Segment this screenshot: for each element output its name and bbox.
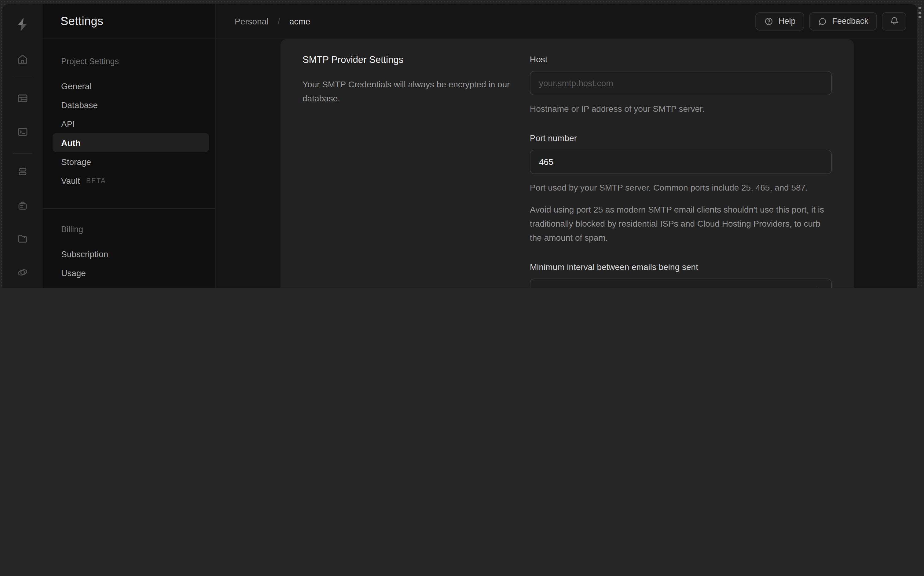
smtp-form: Host Hostname or IP address of your SMTP… xyxy=(530,53,832,288)
sidebar-item-vault[interactable]: Vault BETA xyxy=(53,171,209,190)
topbar-actions: Help Feedback xyxy=(755,12,906,30)
topbar: Personal / acme Help xyxy=(216,4,917,38)
port-helper: Port used by your SMTP server. Common po… xyxy=(530,181,832,195)
sidebar-item-auth[interactable]: Auth xyxy=(53,133,209,152)
project-settings-section: Project Settings General Database API Au… xyxy=(43,38,215,190)
sidebar-item-subscription[interactable]: Subscription xyxy=(53,244,209,263)
app-window: Settings Project Settings General Databa… xyxy=(2,4,917,288)
smtp-settings-panel: SMTP Provider Settings Your SMTP Credent… xyxy=(280,39,854,288)
desktop-background: Settings Project Settings General Databa… xyxy=(0,0,924,288)
storage-icon[interactable] xyxy=(10,226,35,252)
sidebar-item-storage[interactable]: Storage xyxy=(53,152,209,171)
icon-rail xyxy=(2,4,43,288)
host-helper: Hostname or IP address of your SMTP serv… xyxy=(530,102,832,116)
feedback-icon xyxy=(817,16,827,26)
breadcrumb-project[interactable]: acme xyxy=(289,16,310,26)
home-icon[interactable] xyxy=(10,46,35,72)
breadcrumb-separator: / xyxy=(278,16,280,26)
help-button[interactable]: Help xyxy=(755,12,804,30)
billing-section: Billing Subscription Usage Invoices xyxy=(43,209,215,288)
settings-header: Settings xyxy=(43,4,215,38)
help-button-label: Help xyxy=(778,16,796,26)
screen: Settings Project Settings General Databa… xyxy=(0,0,924,288)
page-title: Settings xyxy=(61,14,104,28)
database-icon[interactable] xyxy=(10,159,35,184)
rail-divider xyxy=(13,153,32,154)
supabase-logo-icon[interactable] xyxy=(15,17,30,32)
port-warning-note: Avoid using port 25 as modern SMTP email… xyxy=(530,203,832,245)
main-content: Personal / acme Help xyxy=(216,4,917,288)
panel-intro: SMTP Provider Settings Your SMTP Credent… xyxy=(303,53,517,106)
table-editor-icon[interactable] xyxy=(10,85,35,111)
rail-divider xyxy=(13,76,32,76)
feedback-button[interactable]: Feedback xyxy=(809,12,877,30)
host-input[interactable] xyxy=(530,71,832,95)
breadcrumb: Personal / acme xyxy=(235,16,310,26)
sidebar-item-invoices[interactable]: Invoices xyxy=(53,282,209,288)
notifications-button[interactable] xyxy=(882,12,906,30)
edge-functions-icon[interactable] xyxy=(10,259,35,285)
interval-input[interactable] xyxy=(530,278,832,288)
section-header-billing: Billing xyxy=(53,224,209,236)
scrollbar-dots xyxy=(919,7,921,18)
interval-field-group: Minimum interval between emails being se… xyxy=(530,261,832,288)
help-icon xyxy=(764,16,773,26)
sql-editor-icon[interactable] xyxy=(10,119,35,145)
port-input[interactable] xyxy=(530,150,832,174)
settings-sidebar: Settings Project Settings General Databa… xyxy=(43,4,216,288)
feedback-button-label: Feedback xyxy=(832,16,868,26)
sidebar-item-general[interactable]: General xyxy=(53,76,209,95)
beta-badge: BETA xyxy=(86,177,106,184)
auth-icon[interactable] xyxy=(10,193,35,219)
sidebar-item-usage[interactable]: Usage xyxy=(53,263,209,282)
sidebar-item-vault-label: Vault xyxy=(61,176,80,186)
sidebar-item-api[interactable]: API xyxy=(53,114,209,133)
port-label: Port number xyxy=(530,132,832,144)
breadcrumb-org[interactable]: Personal xyxy=(235,16,269,26)
bell-icon xyxy=(889,16,899,26)
panel-description: Your SMTP Credentials will always be enc… xyxy=(303,78,517,106)
host-label: Host xyxy=(530,53,832,66)
sidebar-item-database[interactable]: Database xyxy=(53,95,209,114)
panel-title: SMTP Provider Settings xyxy=(303,53,517,66)
host-field-group: Host Hostname or IP address of your SMTP… xyxy=(530,53,832,116)
section-header-project-settings: Project Settings xyxy=(53,56,209,68)
interval-label: Minimum interval between emails being se… xyxy=(530,261,832,273)
port-field-group: Port number Port used by your SMTP serve… xyxy=(530,132,832,245)
